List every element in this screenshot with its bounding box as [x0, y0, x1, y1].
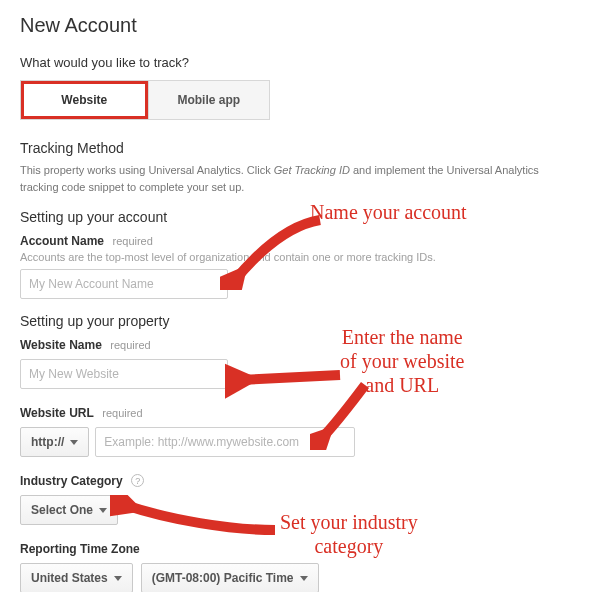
website-url-field: Website URL required http://	[20, 403, 580, 457]
tz-country-select[interactable]: United States	[20, 563, 133, 592]
property-setup-heading: Setting up your property	[20, 313, 580, 329]
industry-category-label: Industry Category	[20, 474, 123, 488]
track-type-tabs: Website Mobile app	[20, 80, 270, 120]
tracking-desc-em: Get Tracking ID	[274, 164, 350, 176]
chevron-down-icon	[99, 508, 107, 513]
tz-country-value: United States	[31, 571, 108, 585]
website-url-input[interactable]	[95, 427, 355, 457]
chevron-down-icon	[114, 576, 122, 581]
tab-mobile-app[interactable]: Mobile app	[148, 81, 270, 119]
reporting-time-zone-field: Reporting Time Zone United States (GMT-0…	[20, 539, 580, 592]
tz-zone-select[interactable]: (GMT-08:00) Pacific Time	[141, 563, 319, 592]
account-setup-heading: Setting up your account	[20, 209, 580, 225]
website-name-field: Website Name required	[20, 335, 580, 389]
protocol-select-value: http://	[31, 435, 64, 449]
account-name-help: Accounts are the top-most level of organ…	[20, 251, 580, 263]
account-name-label: Account Name	[20, 234, 104, 248]
industry-category-value: Select One	[31, 503, 93, 517]
account-name-input[interactable]	[20, 269, 228, 299]
tracking-method-heading: Tracking Method	[20, 140, 580, 156]
website-name-required: required	[110, 339, 150, 351]
help-icon[interactable]: ?	[131, 474, 144, 487]
tab-website[interactable]: Website	[21, 81, 148, 119]
page-title: New Account	[20, 14, 580, 37]
industry-category-field: Industry Category ? Select One	[20, 471, 580, 525]
tz-zone-value: (GMT-08:00) Pacific Time	[152, 571, 294, 585]
website-name-input[interactable]	[20, 359, 228, 389]
chevron-down-icon	[300, 576, 308, 581]
website-name-label: Website Name	[20, 338, 102, 352]
website-url-required: required	[102, 407, 142, 419]
protocol-select[interactable]: http://	[20, 427, 89, 457]
reporting-tz-label: Reporting Time Zone	[20, 542, 140, 556]
tracking-desc-a: This property works using Universal Anal…	[20, 164, 274, 176]
account-name-required: required	[112, 235, 152, 247]
chevron-down-icon	[70, 440, 78, 445]
track-question: What would you like to track?	[20, 55, 580, 70]
tracking-method-desc: This property works using Universal Anal…	[20, 162, 580, 195]
account-name-field: Account Name required Accounts are the t…	[20, 231, 580, 299]
website-url-label: Website URL	[20, 406, 94, 420]
industry-category-select[interactable]: Select One	[20, 495, 118, 525]
